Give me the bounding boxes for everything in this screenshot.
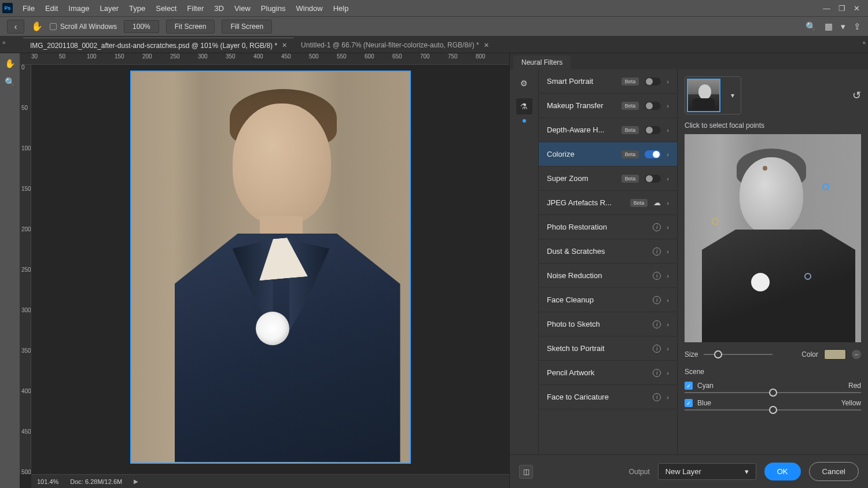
menu-plugins[interactable]: Plugins: [256, 0, 291, 16]
filter-name: Smart Portrait: [547, 77, 616, 86]
menu-filter[interactable]: Filter: [182, 0, 209, 16]
chevron-down-icon[interactable]: ▾: [726, 91, 739, 99]
info-icon[interactable]: i: [653, 223, 661, 231]
compare-button[interactable]: ◫: [519, 465, 533, 479]
scroll-all-checkbox[interactable]: Scroll All Windows: [50, 23, 117, 31]
size-control: Size Color −: [685, 349, 861, 360]
ok-button[interactable]: OK: [764, 463, 801, 480]
chevron-down-icon[interactable]: ▾: [841, 21, 845, 32]
size-slider[interactable]: [704, 354, 773, 355]
filter-row-depth-aware-h-[interactable]: Depth-Aware H...Beta›: [539, 118, 677, 142]
focal-point[interactable]: [763, 166, 767, 171]
canvas[interactable]: [31, 65, 509, 474]
tab-close-icon[interactable]: ✕: [282, 42, 287, 49]
layout-icon[interactable]: ▦: [825, 21, 833, 32]
blue-checkbox[interactable]: ✓: [685, 399, 693, 407]
filter-toggle[interactable]: [645, 102, 661, 110]
tool-strip: ✋ 🔍: [0, 53, 20, 488]
category-beta[interactable]: ⚗︎: [516, 98, 532, 114]
filter-row-photo-to-sketch[interactable]: Photo to Sketchi›: [539, 312, 677, 337]
filter-toggle[interactable]: [645, 126, 661, 134]
color-swatch[interactable]: [824, 349, 846, 360]
zoom-tool[interactable]: 🔍: [3, 75, 17, 89]
filter-name: Super Zoom: [547, 174, 616, 183]
document-tab-1[interactable]: IMG_20201108_0002_after-dust-and-scratch…: [23, 38, 294, 53]
chevron-right-icon: ›: [667, 248, 669, 255]
filter-row-jpeg-artefacts-r-[interactable]: JPEG Artefacts R...Beta☁︎›: [539, 191, 677, 215]
face-thumb-card[interactable]: ▾: [685, 76, 741, 114]
fit-screen-button[interactable]: Fit Screen: [166, 20, 215, 34]
filter-row-colorize[interactable]: ColorizeBeta›: [539, 142, 677, 167]
info-icon[interactable]: i: [653, 345, 661, 353]
close-button[interactable]: ✕: [854, 4, 860, 13]
filter-list[interactable]: Smart PortraitBeta›Makeup TransferBeta›D…: [539, 69, 678, 454]
maximize-button[interactable]: ❐: [838, 4, 845, 13]
focal-point[interactable]: [822, 183, 829, 190]
info-icon[interactable]: i: [653, 247, 661, 256]
cyan-checkbox[interactable]: ✓: [685, 382, 693, 390]
share-icon[interactable]: ⇪: [854, 21, 861, 32]
yellow-label: Yellow: [841, 399, 861, 407]
focal-point[interactable]: [712, 218, 719, 225]
filter-row-noise-reduction[interactable]: Noise Reductioni›: [539, 264, 677, 288]
cloud-icon[interactable]: ☁︎: [653, 198, 661, 207]
chevron-right-icon: ›: [667, 78, 669, 85]
info-icon[interactable]: i: [653, 320, 661, 328]
filter-row-pencil-artwork[interactable]: Pencil Artworki›: [539, 361, 677, 385]
filter-row-face-cleanup[interactable]: Face Cleanupi›: [539, 288, 677, 312]
size-label: Size: [685, 350, 698, 358]
cyan-red-slider[interactable]: [685, 392, 861, 393]
output-dropdown[interactable]: New Layer ▾: [658, 463, 756, 480]
document-tab-2[interactable]: Untitled-1 @ 66.7% (Neural-filter-colori…: [294, 38, 496, 53]
info-icon[interactable]: i: [653, 272, 661, 280]
filter-row-face-to-caricature[interactable]: Face to Caricaturei›: [539, 385, 677, 409]
menu-help[interactable]: Help: [328, 0, 354, 16]
info-icon[interactable]: i: [653, 296, 661, 304]
status-zoom: 101.4%: [37, 478, 58, 485]
fill-screen-button[interactable]: Fill Screen: [222, 20, 272, 34]
menu-edit[interactable]: Edit: [40, 0, 63, 16]
menu-type[interactable]: Type: [124, 0, 150, 16]
category-featured[interactable]: ⚙︎: [516, 75, 532, 91]
filter-toggle[interactable]: [645, 175, 661, 183]
zoom-input[interactable]: 100%: [124, 20, 159, 33]
hand-tool[interactable]: ✋: [3, 57, 17, 71]
remove-color-button[interactable]: −: [852, 350, 861, 359]
cancel-button[interactable]: Cancel: [809, 462, 859, 481]
panel-tab-neural[interactable]: Neural Filters: [513, 56, 571, 69]
info-icon[interactable]: i: [653, 369, 661, 377]
menu-file[interactable]: File: [17, 0, 40, 16]
ruler-vertical: 050100150200250300350400450500: [20, 65, 31, 474]
focal-preview[interactable]: [685, 134, 861, 342]
search-icon[interactable]: 🔍: [806, 21, 816, 32]
filter-row-photo-restoration[interactable]: Photo Restorationi›: [539, 215, 677, 239]
filter-row-super-zoom[interactable]: Super ZoomBeta›: [539, 167, 677, 191]
menu-view[interactable]: View: [229, 0, 256, 16]
info-icon[interactable]: i: [653, 393, 661, 401]
chevron-right-icon: ›: [667, 151, 669, 158]
menu-window[interactable]: Window: [290, 0, 328, 16]
menu-select[interactable]: Select: [150, 0, 182, 16]
blue-yellow-slider[interactable]: [685, 409, 861, 411]
active-dot-icon: [523, 119, 526, 123]
filter-toggle[interactable]: [645, 77, 661, 86]
filter-row-smart-portrait[interactable]: Smart PortraitBeta›: [539, 69, 677, 94]
menu-image[interactable]: Image: [63, 0, 94, 16]
filter-row-dust-scratches[interactable]: Dust & Scratchesi›: [539, 239, 677, 264]
filter-row-makeup-transfer[interactable]: Makeup TransferBeta›: [539, 94, 677, 118]
menu-layer[interactable]: Layer: [95, 0, 124, 16]
status-arrow-icon[interactable]: ▶: [134, 478, 138, 485]
reset-icon[interactable]: ↺: [852, 89, 861, 102]
focal-point[interactable]: [804, 273, 811, 280]
tab-close-icon[interactable]: ✕: [484, 42, 489, 49]
filter-name: Sketch to Portrait: [547, 344, 647, 353]
minimize-button[interactable]: —: [823, 4, 830, 13]
menu-3d[interactable]: 3D: [209, 0, 229, 16]
back-button[interactable]: ‹: [7, 20, 24, 34]
filter-name: JPEG Artefacts R...: [547, 198, 624, 207]
checkbox-icon: [50, 23, 57, 30]
expand-right-icon[interactable]: «: [862, 39, 866, 46]
filter-toggle[interactable]: [645, 150, 661, 158]
filter-row-sketch-to-portrait[interactable]: Sketch to Portraiti›: [539, 337, 677, 361]
expand-left-icon[interactable]: »: [2, 39, 6, 46]
